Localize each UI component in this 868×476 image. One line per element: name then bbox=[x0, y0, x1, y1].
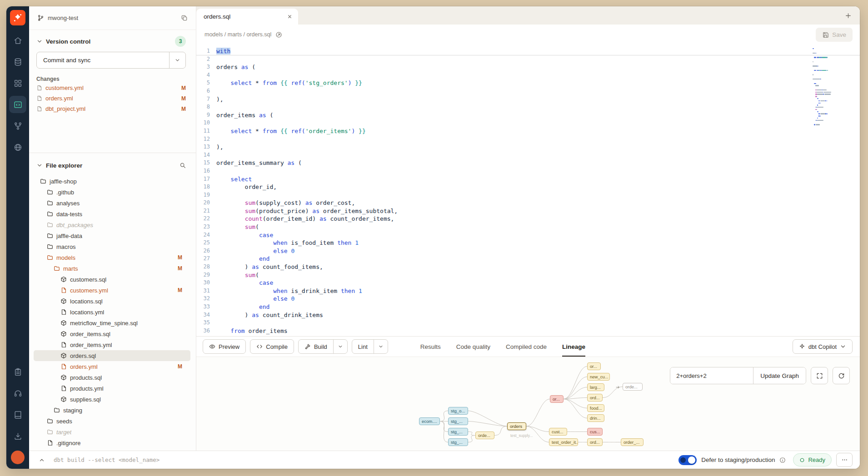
lineage-node-cusp[interactable]: cus... bbox=[587, 428, 603, 436]
build-button[interactable]: Build bbox=[298, 339, 348, 354]
code-line[interactable]: 2 bbox=[196, 55, 860, 64]
close-tab-icon[interactable] bbox=[287, 14, 293, 20]
file-tree-item[interactable]: martsM bbox=[34, 263, 190, 274]
code-line[interactable]: 33 end bbox=[196, 303, 860, 311]
git-fork-icon[interactable] bbox=[9, 117, 26, 134]
tab-code-quality[interactable]: Code quality bbox=[456, 337, 490, 357]
search-icon[interactable] bbox=[180, 162, 186, 169]
file-tree-item[interactable]: modelsM bbox=[34, 252, 190, 263]
tab-compiled-code[interactable]: Compiled code bbox=[506, 337, 547, 357]
preview-button[interactable]: Preview bbox=[203, 339, 246, 354]
grid-icon[interactable] bbox=[9, 74, 26, 92]
download-icon[interactable] bbox=[9, 427, 26, 445]
file-tree-item[interactable]: products.yml bbox=[34, 383, 190, 394]
code-line[interactable]: 17 select bbox=[196, 175, 860, 183]
code-line[interactable]: 8 bbox=[196, 103, 860, 111]
home-icon[interactable] bbox=[9, 32, 26, 49]
lineage-node-larg[interactable]: larg... bbox=[587, 383, 604, 391]
command-input[interactable]: dbt build --select <model_name> bbox=[54, 456, 160, 463]
dbt-copilot-button[interactable]: dbt Copilot bbox=[793, 339, 853, 354]
file-tree-item[interactable]: locations.sql bbox=[34, 296, 190, 307]
code-line[interactable]: 15order_items_summary as ( bbox=[196, 159, 860, 167]
changed-file-row[interactable]: orders.ymlM bbox=[36, 94, 186, 103]
file-tree-item[interactable]: .github bbox=[34, 187, 190, 198]
file-tree-item[interactable]: .gitignore bbox=[34, 437, 190, 448]
code-line[interactable]: 32 else 0 bbox=[196, 295, 860, 303]
headset-icon[interactable] bbox=[9, 385, 26, 402]
code-line[interactable]: 25 when is_food_item then 1 bbox=[196, 239, 860, 247]
save-button[interactable]: Save bbox=[816, 28, 853, 42]
file-tree-item[interactable]: orders.sql bbox=[34, 350, 190, 361]
version-control-header[interactable]: Version control 3 bbox=[36, 34, 186, 49]
file-tree-item[interactable]: supplies.sql bbox=[34, 394, 190, 405]
file-tree-item[interactable]: metricflow_time_spine.sql bbox=[34, 317, 190, 328]
lineage-node-stg1[interactable]: stg_o... bbox=[448, 407, 468, 415]
new-tab-icon[interactable] bbox=[845, 12, 852, 19]
build-options-chevron[interactable] bbox=[333, 340, 347, 353]
code-line[interactable]: 16 bbox=[196, 167, 860, 175]
commit-and-sync-button[interactable]: Commit and sync bbox=[36, 52, 186, 69]
code-line[interactable]: 34 ) as count_drink_items bbox=[196, 311, 860, 319]
code-line[interactable]: 19 bbox=[196, 191, 860, 199]
tab-lineage[interactable]: Lineage bbox=[562, 337, 585, 357]
file-tree-item[interactable]: macros bbox=[34, 241, 190, 252]
lineage-node-orders[interactable]: orders bbox=[507, 422, 526, 430]
code-line[interactable]: 23 sum( bbox=[196, 223, 860, 231]
code-line[interactable]: 36 from order_items bbox=[196, 327, 860, 335]
dbt-logo[interactable] bbox=[10, 10, 25, 25]
lineage-node-ordeg[interactable]: orde... bbox=[623, 383, 643, 391]
code-line[interactable]: 1with bbox=[196, 47, 860, 55]
code-line[interactable]: 6 bbox=[196, 87, 860, 95]
lint-button[interactable]: Lint bbox=[352, 339, 388, 354]
update-graph-button[interactable]: Update Graph bbox=[753, 367, 806, 384]
lineage-node-orderx[interactable]: order_... bbox=[621, 438, 644, 446]
lineage-node-stg4[interactable]: stg_... bbox=[448, 438, 468, 446]
code-line[interactable]: 37 bbox=[196, 335, 860, 336]
code-editor-icon[interactable] bbox=[9, 96, 26, 113]
lineage-node-newcu[interactable]: new_cu... bbox=[587, 373, 610, 381]
lineage-node-orp[interactable]: or... bbox=[550, 395, 564, 403]
lineage-node-drin[interactable]: drin... bbox=[587, 414, 604, 422]
code-line[interactable]: 30 case bbox=[196, 279, 860, 287]
lineage-node-stg2[interactable]: stg_... bbox=[448, 417, 468, 425]
changed-file-row[interactable]: dbt_project.ymlM bbox=[36, 104, 186, 114]
lint-options-chevron[interactable] bbox=[374, 340, 388, 353]
code-line[interactable]: 26 else 0 bbox=[196, 247, 860, 255]
file-explorer-header[interactable]: File explorer bbox=[36, 158, 186, 173]
code-line[interactable]: 29 sum( bbox=[196, 271, 860, 279]
file-tree-item[interactable]: products.sql bbox=[34, 372, 190, 383]
file-tree-item[interactable]: jaffle-shop bbox=[34, 176, 190, 187]
code-line[interactable]: 3orders as ( bbox=[196, 63, 860, 71]
changed-file-row[interactable]: customers.ymlM bbox=[36, 83, 186, 93]
book-icon[interactable] bbox=[9, 406, 26, 423]
user-avatar[interactable] bbox=[11, 451, 25, 464]
code-line[interactable]: 12 bbox=[196, 135, 860, 144]
refresh-graph-button[interactable] bbox=[833, 367, 850, 384]
copy-branch-icon[interactable] bbox=[181, 15, 188, 21]
globe-icon[interactable] bbox=[9, 139, 26, 156]
file-tree-item[interactable]: data-tests bbox=[34, 208, 190, 219]
defer-toggle[interactable] bbox=[678, 455, 697, 465]
code-line[interactable]: 35 bbox=[196, 319, 860, 327]
lineage-selector-input[interactable] bbox=[670, 367, 753, 384]
lineage-node-ecom[interactable]: ecom.... bbox=[419, 417, 440, 425]
open-compiled-icon[interactable] bbox=[275, 31, 282, 38]
file-tree-item[interactable]: order_items.sql bbox=[34, 328, 190, 339]
commit-options-chevron[interactable] bbox=[169, 52, 185, 68]
more-options-button[interactable] bbox=[836, 453, 853, 467]
code-editor[interactable]: 1with23orders as (45 select * from {{ re… bbox=[196, 45, 860, 336]
code-line[interactable]: 27 end bbox=[196, 255, 860, 263]
lineage-node-ordb[interactable]: ord... bbox=[587, 438, 603, 446]
lineage-node-ord1[interactable]: orde... bbox=[475, 431, 494, 439]
code-line[interactable]: 14 bbox=[196, 151, 860, 159]
lineage-node-toi[interactable]: test_order_it... bbox=[549, 438, 578, 446]
code-line[interactable]: 21 sum(product_price) as order_items_sub… bbox=[196, 207, 860, 215]
file-tree-item[interactable]: target bbox=[34, 426, 190, 437]
database-icon[interactable] bbox=[9, 53, 26, 70]
branch-row[interactable]: mwong-test bbox=[29, 6, 196, 30]
file-tree-item[interactable]: order_items.yml bbox=[34, 339, 190, 350]
code-line[interactable]: 4 bbox=[196, 71, 860, 79]
code-line[interactable]: 22 count(order_item_id) as count_order_i… bbox=[196, 215, 860, 223]
editor-minimap[interactable] bbox=[813, 48, 853, 129]
file-tree-item[interactable]: customers.sql bbox=[34, 274, 190, 285]
